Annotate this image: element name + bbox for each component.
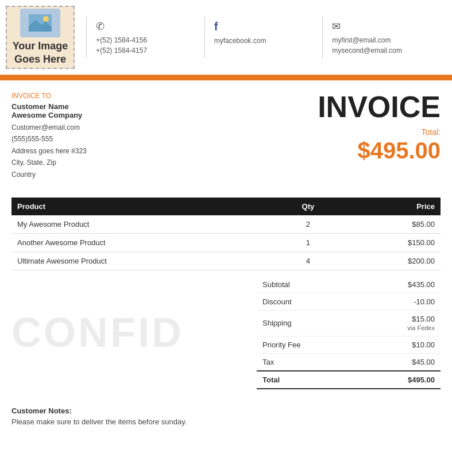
company-name: Awesome Company <box>11 111 268 119</box>
product-name: My Awesome Product <box>11 215 277 234</box>
product-price: $85.00 <box>339 215 441 234</box>
grand-total-label: Total <box>257 371 360 389</box>
subtotal-row: Subtotal $435.00 <box>257 276 441 293</box>
subtotal-value: $435.00 <box>360 276 441 293</box>
invoice-title: INVOICE <box>280 92 441 122</box>
facebook-url: myfacebook.com <box>214 37 314 45</box>
totals-table: Subtotal $435.00 Discount -10.00 Shippin… <box>257 276 441 389</box>
col-header-price: Price <box>339 198 441 215</box>
customer-address3: Country <box>11 171 36 179</box>
discount-value: -10.00 <box>360 293 441 310</box>
customer-phone: (555)555-555 <box>11 135 53 143</box>
product-price: $150.00 <box>339 233 441 251</box>
email-contact: ✉ myfirst@email.com mysecond@email.com <box>322 17 441 58</box>
shipping-row: Shipping $15.00 via Fedex <box>257 310 441 336</box>
grand-total-value: $495.00 <box>360 371 441 389</box>
product-qty: 4 <box>277 251 339 270</box>
totals-section: CONFID Subtotal $435.00 Discount -10.00 … <box>0 276 452 389</box>
invoice-to-label: INVOICE TO <box>11 92 268 100</box>
priority-fee-label: Priority Fee <box>257 336 360 353</box>
tax-value: $45.00 <box>360 353 441 371</box>
items-table: Product Qty Price My Awesome Product 2 $… <box>11 198 441 270</box>
email-line2: mysecond@email.com <box>332 47 431 55</box>
tax-label: Tax <box>257 353 360 371</box>
table-header-row: Product Qty Price <box>11 198 441 215</box>
customer-name: Customer Name <box>11 102 268 111</box>
product-qty: 2 <box>277 215 339 234</box>
watermark: CONFID <box>11 276 184 389</box>
bill-to-block: INVOICE TO Customer Name Awesome Company… <box>11 92 268 180</box>
col-header-product: Product <box>11 198 277 215</box>
customer-notes-section: Customer Notes: Please make sure to deli… <box>0 395 452 438</box>
email-line1: myfirst@email.com <box>332 36 431 44</box>
notes-label: Customer Notes: <box>11 407 441 415</box>
customer-details: Customer@email.com (555)555-555 Address … <box>11 122 268 180</box>
product-qty: 1 <box>277 233 339 251</box>
phone-line1: +(52) 1584-4156 <box>96 36 195 44</box>
customer-address1: Address goes here #323 <box>11 147 87 155</box>
col-header-qty: Qty <box>277 198 339 215</box>
logo-box: Your Image Goes Here <box>6 6 75 69</box>
notes-text: Please make sure to deliver the items be… <box>11 417 441 426</box>
shipping-label: Shipping <box>257 310 360 336</box>
email-icon: ✉ <box>332 20 431 33</box>
shipping-value: $15.00 via Fedex <box>360 310 441 336</box>
tax-row: Tax $45.00 <box>257 353 441 371</box>
grand-total-row: Total $495.00 <box>257 371 441 389</box>
subtotal-label: Subtotal <box>257 276 360 293</box>
table-row: Ultimate Awesome Product 4 $200.00 <box>11 251 441 270</box>
phone-line2: +(52) 1584-4157 <box>96 47 195 55</box>
customer-address2: City, State, Zip <box>11 158 56 167</box>
product-name: Another Awesome Product <box>11 233 277 251</box>
total-label: Total: <box>280 127 441 137</box>
facebook-contact: f myfacebook.com <box>204 17 323 58</box>
priority-fee-row: Priority Fee $10.00 <box>257 336 441 353</box>
invoice-title-block: INVOICE Total: $495.00 <box>280 92 441 180</box>
phone-contact: ✆ +(52) 1584-4156 +(52) 1584-4157 <box>86 17 204 58</box>
invoice-info-section: INVOICE TO Customer Name Awesome Company… <box>0 80 452 186</box>
table-row: Another Awesome Product 1 $150.00 <box>11 233 441 251</box>
discount-label: Discount <box>257 293 360 310</box>
logo-text-2: Goes Here <box>14 53 66 65</box>
product-price: $200.00 <box>339 251 441 270</box>
invoice-header: Your Image Goes Here ✆ +(52) 1584-4156 +… <box>0 0 452 77</box>
invoice-total-amount: $495.00 <box>280 138 441 164</box>
product-name: Ultimate Awesome Product <box>11 251 277 270</box>
logo-text: Your Image <box>13 40 68 52</box>
table-row: My Awesome Product 2 $85.00 <box>11 215 441 234</box>
phone-icon: ✆ <box>96 20 195 33</box>
facebook-icon: f <box>214 20 314 33</box>
svg-point-2 <box>43 16 49 22</box>
header-contacts: ✆ +(52) 1584-4156 +(52) 1584-4157 f myfa… <box>86 17 441 58</box>
discount-row: Discount -10.00 <box>257 293 441 310</box>
logo-image-placeholder <box>20 9 60 37</box>
priority-fee-value: $10.00 <box>360 336 441 353</box>
customer-email: Customer@email.com <box>11 123 80 131</box>
